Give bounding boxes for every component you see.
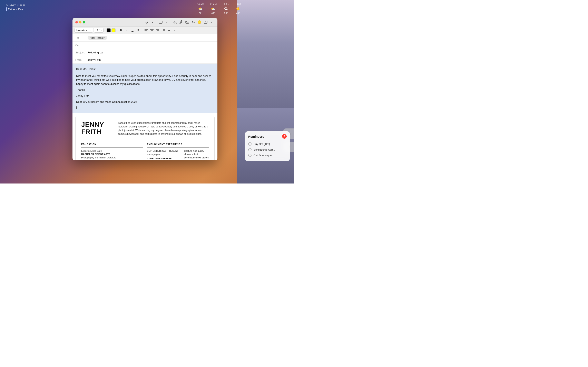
emoji-button[interactable]: 🙂 — [197, 19, 202, 25]
photo-dropdown[interactable]: ▼ — [209, 19, 215, 25]
reminder-item-1[interactable]: Scholarship App... — [248, 147, 287, 152]
underline-button[interactable]: U — [130, 28, 135, 33]
reminder-checkbox-2[interactable] — [248, 154, 251, 157]
weather-item-2: 12 PM 🌤 66° — [222, 3, 229, 15]
format-divider-3 — [142, 28, 142, 33]
sig-name: Jenny Frith — [76, 94, 214, 98]
minimize-button[interactable] — [79, 21, 81, 24]
weather-temp-3: 68° — [236, 12, 240, 15]
cv-edu-school-0: BACHELOR OF FINE ARTS — [81, 152, 143, 156]
reminder-text-2: Call Dominique — [254, 154, 272, 157]
highlight-color-swatch[interactable] — [112, 28, 116, 33]
weather-icon-0: ⛅ — [198, 7, 203, 11]
cv-education-col: EDUCATION Expected June 2024 BACHELOR OF… — [81, 143, 143, 160]
cv-emp-info: SEPTEMBER 2021–PRESENT Photographer CAMP… — [147, 149, 178, 160]
body-paragraph: Nice to meet you for coffee yesterday. S… — [76, 74, 214, 86]
subject-value[interactable]: Following Up — [87, 51, 215, 54]
svg-point-15 — [162, 29, 162, 30]
cv-employment-title: EMPLOYMENT EXPERIENCE — [147, 143, 209, 145]
right-photo-top — [237, 0, 294, 108]
panel-icon[interactable] — [158, 19, 164, 25]
indent-dropdown[interactable]: ▼ — [172, 28, 177, 33]
body-thanks: Thanks — [76, 88, 214, 92]
italic-button[interactable]: I — [124, 28, 129, 33]
weather-time-1: 11 AM — [210, 3, 217, 6]
weather-widget: 10 AM ⛅ 59° 11 AM ⛅ 62° 12 PM 🌤 66° 1 PM… — [197, 3, 241, 15]
traffic-lights — [75, 21, 85, 24]
cv-emp-dates: SEPTEMBER 2021–PRESENT — [147, 149, 178, 153]
svg-point-17 — [162, 30, 162, 31]
from-value: Jenny Frith — [87, 58, 215, 61]
cc-label: Cc: — [75, 44, 87, 47]
to-label: To: — [75, 36, 87, 39]
weather-time-3: 1 PM — [235, 3, 241, 6]
send-button[interactable] — [144, 19, 149, 25]
cv-emp-org: CAMPUS NEWSPAPER — [147, 157, 178, 160]
subject-label: Subject: — [75, 51, 87, 54]
reminders-title: Reminders — [248, 135, 264, 138]
maximize-button[interactable] — [83, 21, 85, 24]
photo-edit-button[interactable] — [184, 19, 190, 25]
cc-field-row[interactable]: Cc: — [72, 42, 217, 49]
strikethrough-button[interactable]: S — [136, 28, 141, 33]
compose-window: ▼ ▼ — [72, 18, 217, 160]
weather-temp-0: 59° — [199, 12, 202, 15]
font-button[interactable]: Aa — [190, 19, 196, 25]
font-chevron: ⌃⌄ — [88, 29, 91, 31]
weather-icon-1: ⛅ — [211, 7, 215, 11]
photo-button[interactable] — [203, 19, 208, 25]
recipient-chevron: ▾ — [104, 37, 105, 39]
svg-point-19 — [162, 31, 162, 31]
format-divider-2 — [117, 28, 117, 33]
reminder-checkbox-1[interactable] — [248, 148, 251, 151]
reminder-item-2[interactable]: Call Dominique — [248, 152, 287, 158]
reminder-item-0[interactable]: Buy film (120) — [248, 141, 287, 147]
list-button[interactable] — [161, 28, 166, 33]
title-bar: ▼ ▼ — [72, 18, 217, 26]
sig-dept: Dept. of Journalism and Mass Communicati… — [76, 100, 214, 104]
font-size-selector[interactable]: 12 ⌃⌄ — [94, 28, 103, 33]
cv-edu-detail-0: Photography and French Literature — [81, 156, 143, 159]
weather-item-1: 11 AM ⛅ 62° — [210, 3, 217, 15]
send-dropdown[interactable]: ▼ — [150, 19, 155, 25]
cv-attachment: JENNY FRITH I am a third-year student un… — [75, 116, 215, 160]
close-button[interactable] — [75, 21, 78, 24]
weather-time-2: 12 PM — [222, 3, 229, 6]
cv-divider-top — [81, 140, 209, 140]
signature-block: Jenny Frith Dept. of Journalism and Mass… — [76, 94, 214, 104]
email-body[interactable]: Dear Ms. Herbst, Nice to meet you for co… — [72, 64, 217, 160]
attach-button[interactable] — [178, 19, 184, 25]
cv-edu-entry-0: Expected June 2024 BACHELOR OF FINE ARTS… — [81, 149, 143, 160]
emp-divider — [147, 147, 209, 148]
format-divider-1 — [105, 28, 105, 33]
cv-employment-col: EMPLOYMENT EXPERIENCE SEPTEMBER 2021–PRE… — [147, 143, 209, 160]
align-right-button[interactable] — [155, 28, 160, 33]
weather-time-0: 10 AM — [197, 3, 204, 6]
align-center-button[interactable] — [149, 28, 154, 33]
panel-dropdown[interactable]: ▼ — [164, 19, 170, 25]
bold-button[interactable]: B — [119, 28, 123, 33]
cv-edu-year-0: Expected June 2024 — [81, 149, 143, 153]
body-text-area[interactable]: Dear Ms. Herbst, Nice to meet you for co… — [72, 64, 217, 113]
text-color-swatch[interactable] — [107, 28, 111, 33]
event-dot — [6, 7, 7, 11]
cv-education-title: EDUCATION — [81, 143, 143, 145]
calendar-widget: SUNDAY, JUN 16 Father's Day — [6, 4, 26, 11]
weather-temp-2: 66° — [224, 12, 228, 15]
font-selector[interactable]: Helvetica ⌃⌄ — [75, 28, 93, 33]
reminder-checkbox-0[interactable] — [248, 142, 251, 146]
reply-button[interactable] — [172, 19, 178, 25]
cv-employment-row: SEPTEMBER 2021–PRESENT Photographer CAMP… — [147, 149, 209, 160]
svg-point-5 — [205, 22, 206, 23]
reminder-text-0: Buy film (120) — [254, 142, 270, 146]
cv-emp-title: Photographer — [147, 153, 178, 156]
recipient-chip[interactable]: Andi Herbst ▾ — [87, 36, 107, 40]
weather-item-0: 10 AM ⛅ 59° — [197, 3, 204, 15]
indent-button[interactable]: ⇥ — [167, 28, 172, 33]
body-greeting: Dear Ms. Herbst, — [76, 67, 214, 71]
align-left-button[interactable] — [144, 28, 149, 33]
weather-temp-1: 62° — [211, 12, 215, 15]
cv-bullet-0: Capture high-quality photographs to acco… — [182, 149, 209, 160]
size-chevron: ⌃⌄ — [99, 29, 102, 31]
text-cursor — [76, 106, 77, 109]
